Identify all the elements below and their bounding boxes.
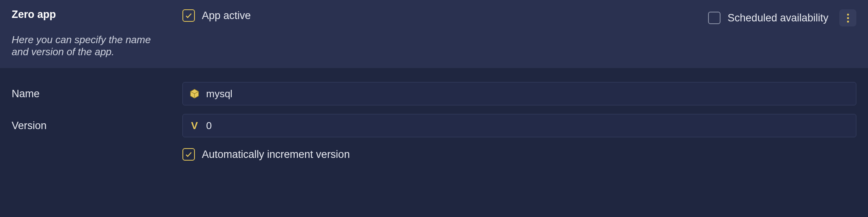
section-subtitle: Here you can specify the name and versio… xyxy=(12,34,167,58)
header-right: Scheduled availability xyxy=(708,9,856,26)
version-icon: V xyxy=(189,120,200,132)
header-left: Zero app Here you can specify the name a… xyxy=(12,9,167,58)
section-body: Name Version V Automatically increment v… xyxy=(0,68,868,172)
section-title: Zero app xyxy=(12,9,167,21)
name-field[interactable] xyxy=(182,82,856,105)
name-input[interactable] xyxy=(206,88,850,100)
row-version: Version V xyxy=(12,114,856,137)
kebab-icon xyxy=(847,13,849,23)
header-mid: App active xyxy=(182,9,693,22)
scheduled-availability-label: Scheduled availability xyxy=(727,12,828,24)
row-name: Name xyxy=(12,82,856,105)
app-active-label: App active xyxy=(202,10,251,22)
name-label: Name xyxy=(12,88,167,100)
check-icon xyxy=(185,150,193,158)
section-header: Zero app Here you can specify the name a… xyxy=(0,0,868,68)
scheduled-availability-checkbox[interactable] xyxy=(708,12,720,24)
auto-increment-checkbox[interactable] xyxy=(182,148,195,161)
more-options-button[interactable] xyxy=(839,9,856,26)
check-icon xyxy=(185,12,193,19)
app-active-checkbox[interactable] xyxy=(182,9,195,22)
package-icon xyxy=(189,88,200,99)
version-field[interactable]: V xyxy=(182,114,856,137)
version-label: Version xyxy=(12,120,167,132)
auto-increment-label: Automatically increment version xyxy=(202,149,350,161)
version-input[interactable] xyxy=(206,120,850,132)
row-auto-increment: Automatically increment version xyxy=(182,146,856,161)
